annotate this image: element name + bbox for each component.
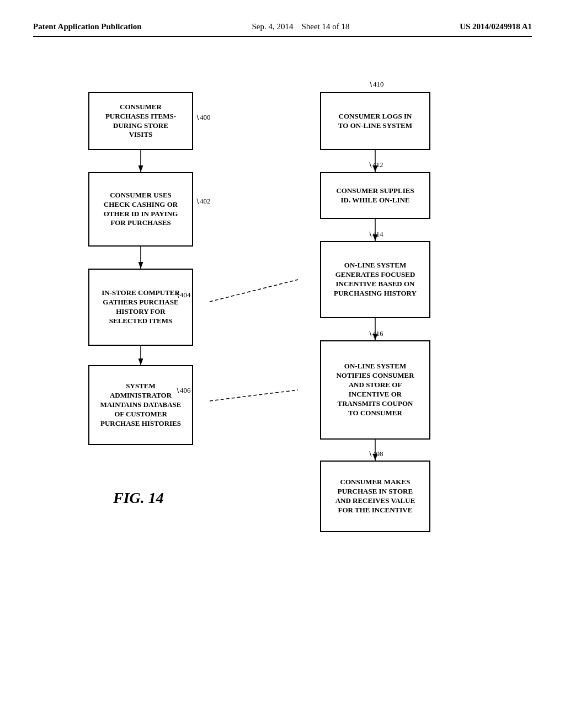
patent-number: US 2014/0249918 A1 (460, 22, 532, 31)
svg-line-8 (210, 280, 298, 302)
node-412: CONSUMER SUPPLIES ID. WHILE ON-LINE (320, 172, 430, 219)
ref-414: ∖414 (368, 230, 383, 239)
ref-410: ∖410 (369, 80, 384, 89)
node-400: CONSUMER PURCHASES ITEMS- DURING STORE V… (88, 92, 193, 150)
node-404: IN-STORE COMPUTER GATHERS PURCHASE HISTO… (88, 269, 193, 346)
node-414: ON-LINE SYSTEM GENERATES FOCUSED INCENTI… (320, 241, 430, 318)
publication-title: Patent Application Publication (33, 22, 142, 31)
ref-402: ∖402 (195, 197, 211, 206)
ref-408: ∖408 (368, 449, 383, 458)
node-408: CONSUMER MAKES PURCHASE IN STORE AND REC… (320, 461, 430, 532)
ref-416: ∖416 (368, 329, 383, 338)
publication-date: Sep. 4, 2014 Sheet 14 of 18 (252, 22, 349, 31)
node-402: CONSUMER USES CHECK CASHING OR OTHER ID … (88, 172, 193, 247)
node-406: SYSTEM ADMINISTRATOR MAINTAINS DATABASE … (88, 365, 193, 445)
ref-400: ∖400 (195, 113, 211, 122)
page-header: Patent Application Publication Sep. 4, 2… (33, 22, 532, 37)
node-416: ON-LINE SYSTEM NOTIFIES CONSUMER AND STO… (320, 340, 430, 440)
page: Patent Application Publication Sep. 4, 2… (0, 0, 565, 728)
figure-label: FIG. 14 (113, 489, 164, 507)
svg-line-9 (210, 390, 298, 401)
diagram-area: CONSUMER PURCHASES ITEMS- DURING STORE V… (33, 48, 532, 682)
ref-406: ∖406 (175, 386, 191, 395)
ref-404: ∖404 (175, 291, 191, 299)
ref-412: ∖412 (368, 160, 383, 169)
node-410: CONSUMER LOGS IN TO ON-LINE SYSTEM (320, 92, 430, 150)
